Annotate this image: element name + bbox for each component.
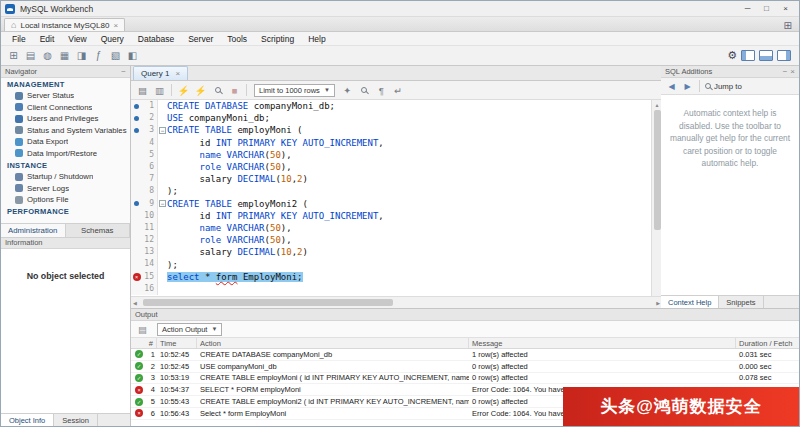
sidebar-item-status-and-system-variables[interactable]: Status and System Variables xyxy=(1,125,130,137)
maximize-button[interactable]: □ xyxy=(757,2,776,15)
scroll-left-icon[interactable]: ◀ xyxy=(133,300,137,306)
code-area[interactable]: 1CREATE DATABASE companyMoni_db;2USE com… xyxy=(131,100,662,296)
gutter-marker xyxy=(131,283,142,295)
line-number: 13 xyxy=(142,246,158,258)
close-icon[interactable]: × xyxy=(790,67,795,76)
forward-arrow-icon[interactable]: ▶ xyxy=(681,80,694,92)
tab-session[interactable]: Session xyxy=(54,414,98,426)
fold-icon[interactable]: − xyxy=(158,200,167,207)
tab-object-info[interactable]: Object Info xyxy=(1,414,54,426)
output-row-1[interactable]: ✓110:52:45CREATE DATABASE companyMoni_db… xyxy=(131,349,799,361)
output-row-3[interactable]: ✓310:53:19CREATE TABLE employMoni ( id I… xyxy=(131,373,799,385)
code-line-11[interactable]: 11 name VARCHAR(50), xyxy=(131,222,651,234)
code-line-1[interactable]: 1CREATE DATABASE companyMoni_db; xyxy=(131,100,651,112)
beautify-icon[interactable]: ✦ xyxy=(340,83,355,97)
menu-item-database[interactable]: Database xyxy=(131,34,181,44)
gear-icon[interactable]: ⚙ xyxy=(727,49,737,62)
editor-horizontal-scrollbar[interactable]: ◀ ▶ xyxy=(131,296,662,308)
minimize-button[interactable]: ─ xyxy=(738,2,757,15)
code-line-7[interactable]: 7 salary DECIMAL(10,2) xyxy=(131,173,651,185)
tab-context-help[interactable]: Context Help xyxy=(661,296,719,308)
scrollbar-thumb[interactable] xyxy=(654,110,661,230)
code-line-2[interactable]: 2USE companyMoni_db; xyxy=(131,112,651,124)
search-icon xyxy=(705,83,711,89)
stop-icon[interactable]: ■ xyxy=(227,83,242,97)
execute-icon[interactable]: ⚡ xyxy=(176,83,191,97)
query-tab[interactable]: Query 1 × xyxy=(133,66,188,80)
save-script-icon[interactable]: ▥ xyxy=(152,83,167,97)
menu-item-view[interactable]: View xyxy=(61,34,93,44)
new-function-icon[interactable]: ▧ xyxy=(107,48,124,63)
toggle-left-panel-icon[interactable] xyxy=(741,50,755,61)
code-line-10[interactable]: 10 id INT PRIMARY KEY AUTO_INCREMENT, xyxy=(131,210,651,222)
fold-icon[interactable]: − xyxy=(158,127,167,134)
close-button[interactable]: × xyxy=(776,2,795,15)
new-view-icon[interactable]: ◨ xyxy=(73,48,90,63)
find-icon[interactable] xyxy=(357,83,372,97)
sidebar-item-users-and-privileges[interactable]: Users and Privileges xyxy=(1,113,130,125)
menu-item-scripting[interactable]: Scripting xyxy=(254,34,301,44)
gutter-marker xyxy=(131,185,142,197)
toggle-right-panel-icon[interactable] xyxy=(777,50,791,61)
code-line-4[interactable]: 4 id INT PRIMARY KEY AUTO_INCREMENT, xyxy=(131,137,651,149)
connection-tab-close-icon[interactable]: × xyxy=(113,21,118,30)
connection-tab[interactable]: ⌂ Local instance MySQL80 × xyxy=(4,18,125,31)
sidebar-item-startup-shutdown[interactable]: Startup / Shutdown xyxy=(1,171,130,183)
success-icon: ✓ xyxy=(135,350,143,358)
code-line-13[interactable]: 13 salary DECIMAL(10,2) xyxy=(131,246,651,258)
open-sql-file-icon[interactable]: ▤ xyxy=(22,48,39,63)
code-text: select * form EmployMoni; xyxy=(167,272,303,282)
new-procedure-icon[interactable]: ƒ xyxy=(90,48,107,63)
pin-icon[interactable]: − xyxy=(783,67,788,76)
toggle-output-panel-icon[interactable] xyxy=(759,50,773,61)
code-line-3[interactable]: 3−CREATE TABLE employMoni ( xyxy=(131,124,651,136)
sidebar-item-server-logs[interactable]: Server Logs xyxy=(1,183,130,195)
menu-item-tools[interactable]: Tools xyxy=(220,34,254,44)
menu-item-file[interactable]: File xyxy=(5,34,33,44)
new-table-icon[interactable]: ▦ xyxy=(56,48,73,63)
code-line-12[interactable]: 12 role VARCHAR(50), xyxy=(131,234,651,246)
sidebar-item-data-export[interactable]: Data Export xyxy=(1,136,130,148)
nav-section-performance[interactable]: PERFORMANCE xyxy=(1,206,130,218)
code-line-16[interactable]: 16 xyxy=(131,283,651,295)
code-line-8[interactable]: 8); xyxy=(131,185,651,197)
menu-item-help[interactable]: Help xyxy=(301,34,332,44)
menu-item-edit[interactable]: Edit xyxy=(33,34,62,44)
execute-current-statement-icon[interactable]: ⚡ xyxy=(193,83,208,97)
scroll-right-icon[interactable]: ▶ xyxy=(656,300,660,306)
invisible-chars-icon[interactable]: ¶ xyxy=(374,83,389,97)
menu-item-query[interactable]: Query xyxy=(94,34,131,44)
output-row-2[interactable]: ✓210:52:45USE companyMoni_db0 row(s) aff… xyxy=(131,361,799,373)
jump-to-label[interactable]: Jump to xyxy=(714,82,742,91)
query-tab-close-icon[interactable]: × xyxy=(175,69,180,78)
scrollbar-thumb[interactable] xyxy=(143,299,393,306)
tab-schemas[interactable]: Schemas xyxy=(66,224,131,237)
code-line-5[interactable]: 5 name VARCHAR(50), xyxy=(131,149,651,161)
code-line-15[interactable]: ×15select * form EmployMoni; xyxy=(131,271,651,283)
nav-section-management[interactable]: MANAGEMENT xyxy=(1,78,130,90)
sidebar-item-options-file[interactable]: Options File xyxy=(1,194,130,206)
menu-item-server[interactable]: Server xyxy=(181,34,220,44)
new-schema-icon[interactable]: ◍ xyxy=(39,48,56,63)
sidebar-item-data-import-restore[interactable]: Data Import/Restore xyxy=(1,148,130,160)
output-view-dropdown[interactable]: Action Output ▼ xyxy=(157,323,222,336)
inspector-icon[interactable]: ◧ xyxy=(124,48,141,63)
back-arrow-icon[interactable]: ◀ xyxy=(665,80,678,92)
tab-snippets[interactable]: Snippets xyxy=(719,296,763,308)
tab-overview-icon[interactable]: ⊞ xyxy=(784,20,796,31)
wrap-text-icon[interactable]: ↵ xyxy=(391,83,406,97)
open-script-icon[interactable]: ▤ xyxy=(135,83,150,97)
line-number: 7 xyxy=(142,173,158,185)
navigator-collapse-icon[interactable]: − xyxy=(121,67,126,76)
limit-rows-dropdown[interactable]: Limit to 1000 rows ▼ xyxy=(254,84,335,97)
nav-section-instance[interactable]: INSTANCE xyxy=(1,159,130,171)
tab-administration[interactable]: Administration xyxy=(1,224,66,237)
code-line-9[interactable]: 9−CREATE TABLE employMoni2 ( xyxy=(131,198,651,210)
sidebar-item-server-status[interactable]: Server Status xyxy=(1,90,130,102)
sidebar-item-client-connections[interactable]: Client Connections xyxy=(1,102,130,114)
new-query-tab-icon[interactable]: ⊞ xyxy=(5,48,22,63)
code-line-6[interactable]: 6 role VARCHAR(50), xyxy=(131,161,651,173)
scroll-up-icon[interactable]: ▲ xyxy=(655,101,660,109)
code-line-14[interactable]: 14); xyxy=(131,258,651,270)
explain-icon[interactable] xyxy=(210,83,225,97)
